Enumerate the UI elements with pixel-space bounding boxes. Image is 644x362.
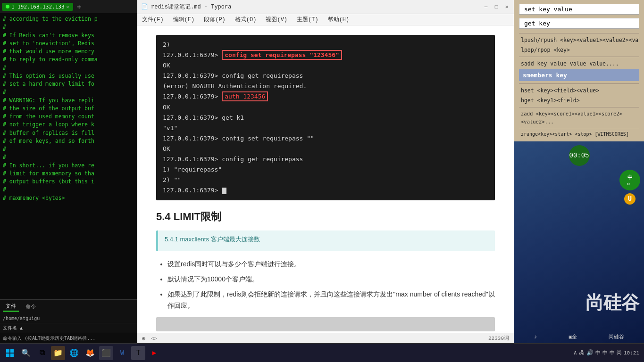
code-line-13: 1) "requirepass" <box>163 165 488 175</box>
code-line-9: "v1" <box>163 123 488 133</box>
typora-title-text: redis课堂笔记.md - Typora <box>151 3 231 11</box>
section-heading-54: 5.4 LIMIT限制 <box>156 210 495 224</box>
cmd-lpop-rpop[interactable]: lpop/rpop <key> <box>519 46 639 54</box>
terminal-path: /home/atguigu <box>0 313 137 323</box>
cmd-separator-5 <box>519 128 639 128</box>
terminal-tab-file[interactable]: 文件 <box>3 302 19 312</box>
cmd-sadd[interactable]: sadd key value value value.... <box>519 59 639 68</box>
terminal-tabs: 1 192.168.132.133 ✕ + <box>0 0 137 13</box>
list-item-1: 设置redis同时可以与多少个客户端进行连接。 <box>167 259 495 270</box>
maximize-button[interactable]: □ <box>493 4 500 10</box>
profile-icon: 中⚙ <box>627 174 633 187</box>
terminal-line-19: # limit for maxmemory so tha <box>3 170 134 178</box>
word-count: 22330词 <box>488 335 509 342</box>
media-ctrl-music[interactable]: ♪ <box>534 334 537 340</box>
video-taskbar-btn[interactable]: ▶ <box>147 346 161 360</box>
menu-view[interactable]: 视图(V) <box>264 15 289 25</box>
tray-ime[interactable]: 中 <box>595 349 601 356</box>
typora-content-area[interactable]: 2) 127.0.0.1:6379> config set requirepas… <box>137 25 514 333</box>
typora-statusbar: ◉ ◁▷ 22330词 <box>137 333 514 343</box>
u-badge-text: U <box>628 195 632 203</box>
media-brand-text: 尚硅谷 <box>585 291 639 315</box>
menu-format[interactable]: 格式(O) <box>233 15 259 25</box>
menu-edit[interactable]: 编辑(E) <box>171 15 197 25</box>
tray-wubi[interactable]: 尚 <box>617 349 622 356</box>
cmd-hget[interactable]: hget <key1><field> <box>519 96 639 105</box>
terminal-line-17: # <box>3 153 134 161</box>
tray-network[interactable]: 🖧 <box>579 349 585 356</box>
info-box-541: 5.4.1 maxclients 客户端最大连接数 <box>156 230 495 251</box>
code-line-7: OK <box>163 102 488 113</box>
typora-taskbar-btn[interactable]: T <box>131 346 145 360</box>
tray-arrow[interactable]: ∧ <box>574 349 577 356</box>
cmd-zadd[interactable]: zadd <key><score1><value1><score2> <box>519 110 639 117</box>
terminal-tab-command[interactable]: 命令 <box>23 302 39 311</box>
start-button[interactable] <box>3 346 17 360</box>
firefox-button[interactable]: 🦊 <box>83 346 97 360</box>
files-button[interactable]: 📁 <box>51 346 65 360</box>
terminal-tab-close[interactable]: ✕ <box>67 4 69 9</box>
minimize-button[interactable]: ─ <box>483 4 489 10</box>
tray-lang[interactable]: 中 <box>610 349 615 356</box>
menu-paragraph[interactable]: 段落(P) <box>202 15 227 25</box>
code-line-12: 127.0.0.1:6379> config get requirepass <box>163 154 488 165</box>
code-line-15: 127.0.0.1:6379> <box>163 185 488 196</box>
menu-file[interactable]: 文件(F) <box>140 15 166 25</box>
menu-theme[interactable]: 主题(T) <box>295 15 320 25</box>
media-ctrl-brand: 尚硅谷 <box>609 333 624 340</box>
main-layout: 1 192.168.132.133 ✕ + # according to the… <box>0 0 644 343</box>
terminal-line-4: # that would use more memory <box>3 48 134 56</box>
close-button[interactable]: ✕ <box>503 4 510 10</box>
cmd-hset[interactable]: hset <key><field><value> <box>519 86 639 95</box>
svg-rect-2 <box>6 354 9 357</box>
word-button[interactable]: W <box>115 346 129 360</box>
terminal-add-btn[interactable]: + <box>75 2 84 11</box>
media-ctrl-full[interactable]: ▣全 <box>569 333 577 340</box>
menu-help[interactable]: 帮助(H) <box>326 15 351 25</box>
svg-rect-0 <box>6 349 9 353</box>
terminal-code-block: 2) 127.0.0.1:6379> config set requirepas… <box>156 35 495 200</box>
browser-button[interactable]: 🌐 <box>67 346 81 360</box>
typora-window-controls: ─ □ ✕ <box>483 4 510 10</box>
statusbar-nav-icon[interactable]: ◉ <box>142 335 145 341</box>
terminal-line-6: # <box>3 64 134 72</box>
media-brand-area: 尚硅谷 <box>585 291 639 315</box>
cmd-separator-4 <box>519 107 639 107</box>
code-line-11: OK <box>163 144 488 154</box>
terminal-file-header: 文件名 ▲ <box>0 323 137 333</box>
terminal-line-12: # from the used memory count <box>3 113 134 121</box>
bottom-image-placeholder <box>156 317 495 331</box>
code-line-6: 127.0.0.1:6379> auth 123456 <box>163 91 488 102</box>
cmd-zrange[interactable]: zrange<key><start> <stop> [WITHSCORES] <box>519 131 639 138</box>
tray-ime2[interactable]: 中 <box>602 349 608 356</box>
tab-dot <box>6 5 9 8</box>
terminal-line-18: # In short... if you have re <box>3 162 134 170</box>
tray-volume[interactable]: 🔊 <box>586 349 594 356</box>
terminal-line-2: # If Redis can't remove keys <box>3 32 134 40</box>
taskview-button[interactable]: ⧉ <box>35 346 49 360</box>
cmd-separator-1 <box>519 33 639 33</box>
terminal-line-5: # to reply to read-only comma <box>3 56 134 64</box>
clock: 10:21 <box>624 350 639 356</box>
cmd-separator-2 <box>519 57 639 57</box>
file-name-label: 文件名 ▲ <box>3 325 23 331</box>
code-line-5: (error) NOAUTH Authentication required. <box>163 81 488 91</box>
terminal-input-area: 命令输入 (按ALT键提示历史TAB键路径... <box>0 333 137 343</box>
statusbar-code-icon[interactable]: ◁▷ <box>151 335 157 341</box>
code-line-10: 127.0.0.1:6379> config set requirepass "… <box>163 133 488 144</box>
terminal-tab-active[interactable]: 1 192.168.132.133 ✕ <box>2 3 73 11</box>
system-tray: ∧ 🖧 🔊 中 中 中 尚 10:21 <box>574 349 639 356</box>
code-line-8: 127.0.0.1:6379> get k1 <box>163 113 488 123</box>
cmd-smembers[interactable]: smembers key <box>519 69 639 81</box>
terminal-line-11: # the size of the output buf <box>3 105 134 113</box>
terminal-panel: 1 192.168.132.133 ✕ + # according to the… <box>0 0 137 343</box>
right-panel: set key value get key lpush/rpush <key><… <box>514 0 644 343</box>
terminal-line-8: # set a hard memory limit fo <box>3 80 134 88</box>
cmd-get-key[interactable]: get key <box>519 18 639 29</box>
terminal-tab-label: 1 192.168.132.133 <box>11 4 65 10</box>
cmd-lpush-rpush[interactable]: lpush/rpush <key><value1><value2><valu <box>519 36 639 44</box>
search-button[interactable]: 🔍 <box>19 346 33 360</box>
taskbar: 🔍 ⧉ 📁 🌐 🦊 ⬛ W T ▶ ∧ 🖧 🔊 中 中 中 尚 10:21 <box>0 343 644 362</box>
cmd-set-key-value[interactable]: set key value <box>519 4 639 15</box>
terminal-taskbar-btn[interactable]: ⬛ <box>99 346 113 360</box>
